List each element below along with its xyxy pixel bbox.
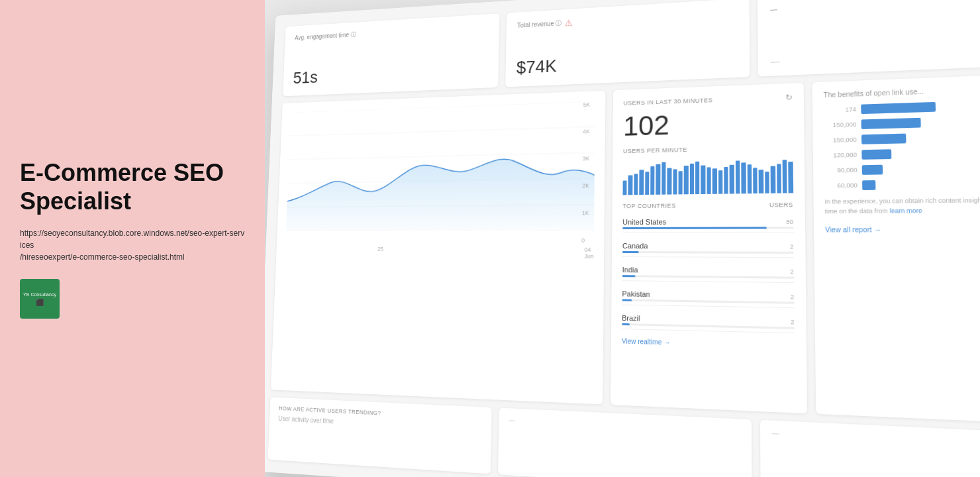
bar-6	[650, 166, 655, 195]
refresh-icon[interactable]: ↻	[785, 93, 793, 103]
bottom-card-2: —	[498, 408, 752, 477]
country-in: India 2	[622, 262, 794, 283]
bar-3	[634, 174, 638, 195]
y-labels: 5K 4K 3K 2K 1K 0	[581, 101, 590, 244]
main-content: 5K 4K 3K 2K 1K 0	[271, 74, 980, 425]
realtime-title: USERS IN LAST 30 MINUTES	[623, 97, 712, 107]
chart-area: 5K 4K 3K 2K 1K 0	[285, 101, 595, 244]
metric-revenue: Total revenue ⓘ ⚠ $74K	[505, 0, 750, 87]
bar-12	[684, 166, 689, 195]
warning-icon: ⚠	[564, 18, 572, 28]
country-name-in: India	[622, 266, 638, 274]
country-name-br: Brazil	[622, 314, 640, 323]
users-per-min-label: USERS PER MINUTE	[623, 144, 793, 154]
right-panel: Avg. engagement time ⓘ 51s Total revenue…	[265, 0, 980, 477]
h-bar-6	[862, 180, 875, 190]
bar-2	[628, 175, 633, 195]
svg-line-0	[291, 101, 595, 113]
country-br: Brazil 2	[622, 311, 795, 334]
left-panel: E-Commerce SEO Specialist https://seoyec…	[0, 0, 265, 477]
revenue-value: $74K	[516, 47, 738, 78]
h-bar-row-1: 174	[824, 99, 980, 115]
country-ca: Canada 2	[622, 238, 794, 258]
info-title: The benefits of open link use...	[824, 84, 980, 99]
country-bar-us	[622, 227, 767, 229]
bar-23	[747, 164, 752, 193]
bar-22	[742, 162, 746, 193]
bar-4	[639, 170, 644, 195]
svg-line-2	[289, 152, 595, 160]
country-value-us: 80	[786, 219, 793, 225]
top-countries-header: TOP COUNTRIES USERS	[622, 201, 793, 209]
country-us: United States 80	[622, 214, 793, 234]
bar-5	[645, 172, 650, 195]
page-title: E-Commerce SEO Specialist	[20, 158, 245, 215]
logo[interactable]: YE Consultancy ⬛	[20, 279, 60, 319]
country-bar-ca	[622, 251, 639, 253]
engagement-value: 51s	[293, 60, 487, 88]
chart-card: 5K 4K 3K 2K 1K 0	[271, 91, 606, 405]
country-bar-in	[622, 275, 636, 277]
country-bar-pk	[622, 299, 632, 301]
realtime-card: USERS IN LAST 30 MINUTES ↻ 102 USERS PER…	[611, 83, 807, 413]
x-labels: 25 04Jun	[285, 243, 593, 260]
country-value-ca: 2	[790, 243, 794, 250]
bar-8	[662, 162, 666, 195]
bar-16	[707, 167, 711, 194]
view-realtime-link[interactable]: View realtime →	[622, 337, 795, 350]
bar-18	[718, 170, 723, 194]
realtime-big-number: 102	[623, 107, 793, 140]
metric-engagement: Avg. engagement time ⓘ 51s	[283, 13, 499, 96]
h-bar-5	[861, 165, 883, 175]
engagement-label: Avg. engagement time ⓘ	[295, 23, 489, 42]
country-name-ca: Canada	[622, 242, 648, 250]
realtime-header: USERS IN LAST 30 MINUTES ↻	[623, 93, 792, 108]
dashboard: Avg. engagement time ⓘ 51s Total revenue…	[265, 0, 980, 477]
view-all-link[interactable]: View all report →	[825, 225, 980, 234]
bar-7	[656, 164, 661, 195]
country-name-pk: Pakistan	[622, 290, 650, 298]
h-bar-row-2: 150,000	[824, 115, 980, 131]
bar-29	[783, 160, 787, 193]
country-value-in: 2	[790, 268, 794, 276]
bar-17	[712, 168, 717, 194]
h-bar-row-5: 90,000	[824, 162, 980, 176]
bar-19	[724, 166, 728, 193]
bar-27	[771, 166, 775, 193]
metric-placeholder: — —	[758, 0, 980, 77]
bar-28	[777, 164, 781, 193]
description-text: In the experience, you can obtain rich c…	[825, 195, 980, 216]
bottom-card-trending: HOW ARE ACTIVE USERS TRENDING? User acti…	[268, 398, 492, 474]
bar-20	[730, 164, 734, 193]
svg-line-1	[290, 127, 595, 136]
page-url: https://seoyeconsultancy.blob.core.windo…	[20, 227, 245, 263]
bottom-card-3: —	[760, 420, 980, 477]
h-bar-2	[861, 118, 920, 129]
logo-text: YE Consultancy	[23, 292, 56, 297]
h-bar-row-6: 60,000	[824, 178, 980, 191]
country-value-pk: 2	[791, 293, 795, 301]
h-bar-chart: 174 150,000 150,000 120,000	[824, 99, 980, 191]
h-bar-4	[861, 149, 891, 160]
bar-14	[695, 162, 700, 194]
info-panel: The benefits of open link use... 174 150…	[812, 74, 980, 425]
bar-1	[622, 181, 626, 195]
bar-25	[759, 170, 763, 193]
country-bar-container-ca	[622, 251, 794, 254]
country-value-br: 2	[791, 319, 795, 326]
country-bar-br	[622, 323, 630, 325]
learn-more-link[interactable]: learn more	[889, 207, 922, 214]
bar-21	[736, 160, 740, 193]
bar-10	[673, 169, 677, 194]
line-chart	[286, 101, 595, 231]
bar-30	[789, 162, 793, 193]
revenue-label: Total revenue ⓘ ⚠	[517, 8, 738, 31]
h-bar-1	[861, 102, 936, 114]
country-pk: Pakistan 2	[622, 286, 794, 308]
h-bar-3	[861, 134, 906, 144]
bar-11	[678, 171, 683, 194]
country-bar-container-us	[622, 227, 793, 229]
logo-icon: ⬛	[36, 299, 44, 306]
bar-26	[765, 171, 769, 193]
h-bar-row-4: 120,000	[824, 146, 980, 160]
